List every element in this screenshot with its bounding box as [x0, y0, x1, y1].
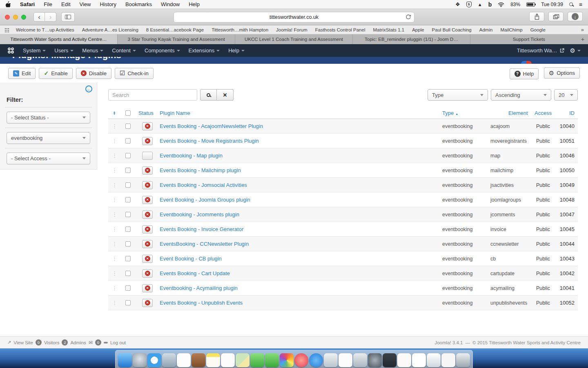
launchpad-dock-icon[interactable]: ✦ [133, 353, 147, 367]
itunes-dock-icon[interactable]: ♪ [294, 353, 308, 367]
row-checkbox[interactable] [125, 285, 131, 291]
drag-handle[interactable]: ⋮ [112, 226, 117, 232]
camera-utility-dock-icon[interactable]: ◉ [383, 353, 396, 367]
row-checkbox[interactable] [125, 300, 131, 305]
messages-icon[interactable]: ✉ [89, 340, 93, 346]
plugin-name-link[interactable]: Event Booking - CB plugin [160, 256, 222, 262]
admin-menu-item[interactable]: Components [145, 47, 180, 54]
favorite-bookmark[interactable]: 8 Essential…acebook Page [146, 27, 204, 32]
shield-status-icon[interactable]: S [466, 2, 472, 7]
notes-dock-icon[interactable]: ≡ [206, 353, 220, 367]
help-button[interactable]: ? Help [510, 68, 539, 79]
status-filter-select[interactable]: - Select Status - [7, 112, 90, 123]
favorite-bookmark[interactable]: MailChimp [500, 27, 522, 32]
drag-handle[interactable]: ⋮ [112, 211, 117, 218]
status-toggle-button[interactable]: ✓ ✕ [142, 299, 153, 307]
edit-button[interactable]: ✎ Edit [8, 68, 36, 79]
browser-tab[interactable]: UKCC Level 1 Coach Training and Assessme… [235, 34, 353, 44]
plugin-name-link[interactable]: Eventbooking - Map plugin [160, 153, 223, 159]
plugin-name-link[interactable]: Events Booking - Mailchimp plugin [160, 167, 241, 173]
safari-dock-icon[interactable]: ✦ [147, 353, 161, 367]
google-drive-icon[interactable]: ▲ [478, 2, 482, 7]
row-checkbox[interactable] [125, 182, 131, 188]
status-toggle-button[interactable]: ✓ ✕ [142, 196, 153, 204]
row-checkbox[interactable] [125, 241, 131, 247]
type-column-header[interactable]: Type▲ [439, 110, 488, 116]
tab-overview-button[interactable] [548, 12, 564, 21]
plugin-name-link[interactable]: Events Booking - Move Registrants Plugin [160, 138, 259, 144]
drag-handle[interactable]: ⋮ [112, 138, 117, 144]
status-column-header[interactable]: Status [135, 110, 160, 116]
status-toggle-button[interactable]: ✓ ✕ [142, 152, 153, 160]
status-toggle-button[interactable]: ✓ ✕ [142, 284, 153, 292]
pages-dock-icon[interactable]: ✎ [397, 353, 411, 367]
plugin-name-link[interactable]: Events Booking - Unpublish Events [160, 300, 243, 306]
drag-handle[interactable]: ⋮ [112, 123, 117, 129]
macos-menu-item[interactable]: Window [161, 1, 180, 7]
admin-menu-item[interactable]: Users [54, 47, 74, 54]
system-preferences-dock-icon[interactable]: ⚙ [368, 353, 382, 367]
macos-menu-item[interactable]: View [80, 1, 91, 7]
facetime-dock-icon[interactable]: ▶ [265, 353, 279, 367]
favorites-grid-icon[interactable] [5, 28, 6, 29]
favorite-bookmark[interactable]: Google [530, 27, 546, 32]
favorite-bookmark[interactable]: Joomla! Forum [276, 27, 307, 32]
admin-menu-item[interactable]: System [23, 47, 46, 54]
plugin-name-link[interactable]: Events Booking - Cart Update [160, 270, 230, 276]
admin-menu-item[interactable]: Extensions [189, 47, 220, 54]
favorite-bookmark[interactable]: Admin [479, 27, 493, 32]
favorite-bookmark[interactable]: Tittesworth…mith Hampton [212, 27, 268, 32]
browser-tab[interactable]: 3 Star Touring Kayak Training and Assess… [118, 34, 235, 44]
menubar-clock[interactable]: Tue 09:39 [541, 2, 563, 7]
status-toggle-button[interactable]: ✓ ✕ [142, 255, 153, 263]
select-all-checkbox[interactable] [120, 110, 135, 116]
favorite-bookmark[interactable]: Apple [412, 27, 424, 32]
status-toggle-button[interactable]: ✓ ✕ [142, 269, 153, 278]
bookmarks-overflow-chevron[interactable]: » [581, 27, 584, 33]
plugin-name-link[interactable]: Event Booking - Joomla Groups plugin [160, 197, 250, 203]
drag-handle[interactable]: ⋮ [112, 153, 117, 159]
macos-menu-item[interactable]: Edit [61, 1, 70, 7]
status-toggle-button[interactable]: ✓ ✕ [142, 225, 153, 233]
ordering-column-header[interactable]: ▲▼ [108, 111, 120, 115]
footer-view-site-link[interactable]: View Site [13, 340, 33, 345]
plugin-name-link[interactable]: EventsBooking - CCNewsletter Plugin [160, 241, 249, 247]
plugin-name-link[interactable]: Eventbooking - Acymailing plugin [160, 285, 238, 291]
reminders-dock-icon[interactable]: ◉ [221, 353, 235, 367]
logout-link[interactable]: Log out [110, 340, 126, 345]
maps-dock-icon[interactable]: ◎ [236, 353, 249, 367]
sidebar-toggle-button[interactable] [61, 12, 75, 22]
admin-menu-item[interactable]: Menus [82, 47, 103, 54]
reload-icon[interactable] [405, 14, 411, 21]
id-column-header[interactable]: ID [553, 110, 578, 116]
favorite-bookmark[interactable]: Adventure A…es Licensing [82, 27, 138, 32]
row-checkbox[interactable] [125, 271, 131, 276]
zoom-window-button[interactable] [21, 15, 26, 20]
row-checkbox[interactable] [125, 197, 131, 202]
row-checkbox[interactable] [125, 168, 131, 173]
drag-handle[interactable]: ⋮ [112, 270, 117, 276]
status-toggle-button[interactable]: ✓ ✕ [142, 166, 153, 175]
collapse-sidebar-button[interactable]: ← [85, 85, 92, 92]
new-tab-button[interactable]: + [577, 34, 588, 44]
favorite-bookmark[interactable]: Welcome to T…up Activities [16, 27, 74, 32]
admin-user-menu[interactable]: ⚙ [570, 48, 581, 54]
browser-tab[interactable]: Tittesworth Water Sports and Activity Ce… [0, 34, 118, 44]
admin-menu-item[interactable]: Help [228, 47, 245, 54]
apple-menu[interactable] [6, 1, 11, 7]
preview-dock-icon[interactable]: ◎ [324, 353, 338, 367]
row-checkbox[interactable] [125, 123, 131, 129]
row-checkbox[interactable] [125, 256, 131, 261]
finder-dock-icon[interactable]: ☺ [118, 353, 132, 367]
calendar-dock-icon[interactable]: JUN 23 [177, 353, 191, 367]
dropbox-icon[interactable]: ❖ [455, 1, 460, 7]
access-filter-select[interactable]: - Select Access - [7, 153, 90, 164]
b-status-icon[interactable]: b [488, 1, 492, 8]
drag-handle[interactable]: ⋮ [112, 182, 117, 188]
sort-by-select[interactable]: Type [428, 89, 488, 101]
notification-center-icon[interactable]: ≡ [579, 2, 582, 7]
sort-direction-select[interactable]: Ascending [491, 89, 551, 101]
favorite-bookmark[interactable]: Paul Bull Coaching [432, 27, 472, 32]
macos-menu-item[interactable]: History [100, 1, 116, 7]
disable-button[interactable]: ✕ Disable [76, 68, 111, 79]
